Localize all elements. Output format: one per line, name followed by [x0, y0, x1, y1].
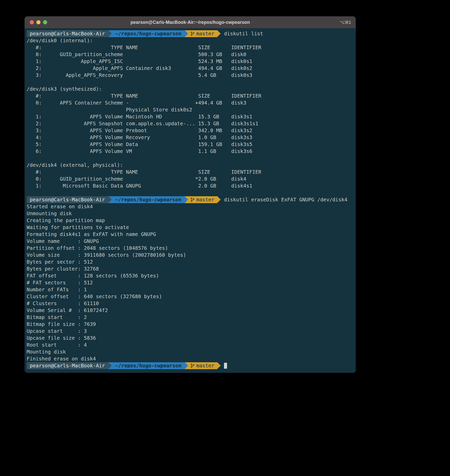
prompt-path-segment: ~/repos/hugo-cwpearson [112, 196, 185, 203]
git-branch-icon [191, 198, 195, 202]
prompt-path-segment: ~/repos/hugo-cwpearson [112, 362, 185, 369]
command-text: diskutil eraseDisk ExFAT GNUPG /dev/disk… [224, 196, 347, 203]
terminal-output-line: 1: APFS Volume Macintosh HD 15.3 GB disk… [27, 113, 354, 120]
terminal-output-line: Mounting disk [27, 348, 354, 355]
command-text: diskutil list [224, 30, 263, 37]
terminal-output-line: Waiting for partitions to activate [27, 224, 354, 231]
terminal-output-line: /dev/disk3 (synthesized): [27, 86, 354, 92]
terminal-output-line: 6: APFS Volume VM 1.1 GB disk3s6 [27, 148, 354, 155]
shell-prompt: pearson@Carls-MacBook-Air~/repos/hugo-cw… [27, 196, 354, 203]
terminal-cursor [224, 363, 227, 369]
zoom-button[interactable] [43, 20, 47, 24]
terminal-output-line: FAT offset : 128 sectors (65536 bytes) [27, 272, 354, 279]
terminal-output-line: Bitmap file size : 7639 [27, 321, 354, 328]
minimize-button[interactable] [36, 20, 40, 24]
terminal-output-line: Finished erase on disk4 [27, 355, 354, 362]
terminal-output-line: Physical Store disk0s2 [27, 106, 354, 113]
terminal-output-line: 5: APFS Volume Data 159.1 GB disk3s5 [27, 141, 354, 148]
terminal-output-line: Bitmap start : 2 [27, 314, 354, 321]
terminal-output-line: Upcase file size : 5836 [27, 335, 354, 342]
terminal-output-line: 3: Apple_APFS_Recovery 5.4 GB disk0s3 [27, 72, 354, 79]
branch-name-label: master [196, 196, 214, 203]
terminal-output-line: Creating the partition map [27, 217, 354, 224]
terminal-output-line: 0: APFS Container Scheme - +494.4 GB dis… [27, 99, 354, 106]
powerline-separator-icon [185, 362, 188, 369]
terminal-output-line: Started erase on disk4 [27, 203, 354, 210]
branch-name-label: master [196, 362, 214, 369]
powerline-separator-icon [217, 196, 221, 203]
powerline-separator-icon [108, 30, 112, 37]
powerline-separator-icon [217, 30, 221, 37]
terminal-output-line: #: TYPE NAME SIZE IDENTIFIER [27, 92, 354, 99]
terminal-output-line: # Clusters : 61110 [27, 300, 354, 307]
terminal-output-line: 1: Microsoft Basic Data GNUPG 2.0 GB dis… [27, 182, 354, 189]
terminal-output-line: Cluster offset : 640 sectors (327680 byt… [27, 293, 354, 300]
desktop-background: pearson@Carls-MacBook-Air:~/repos/hugo-c… [0, 0, 450, 476]
terminal-output-line: 3: APFS Volume Preboot 342.0 MB disk3s2 [27, 127, 354, 134]
terminal-output-line: #: TYPE NAME SIZE IDENTIFIER [27, 44, 354, 51]
terminal-output-line: 2: Apple_APFS Container disk3 494.4 GB d… [27, 65, 354, 72]
terminal-output-line: Volume size : 3911680 sectors (200278016… [27, 252, 354, 258]
prompt-user-host-segment: pearson@Carls-MacBook-Air [27, 362, 108, 369]
terminal-screen[interactable]: pearson@Carls-MacBook-Air~/repos/hugo-cw… [25, 28, 356, 373]
traffic-lights [30, 16, 47, 28]
git-branch-icon [191, 364, 195, 368]
prompt-user-host-segment: pearson@Carls-MacBook-Air [27, 30, 108, 37]
terminal-output-line: Bytes per cluster: 32768 [27, 265, 354, 272]
terminal-output-line: Bytes per sector : 512 [27, 258, 354, 265]
terminal-output-line [27, 79, 354, 86]
terminal-output-line: Upcase start : 3 [27, 328, 354, 335]
prompt-branch-segment: master [188, 30, 217, 37]
terminal-output-line: Root start : 4 [27, 342, 354, 348]
prompt-branch-segment: master [188, 196, 217, 203]
terminal-output-line [27, 155, 354, 162]
terminal-window: pearson@Carls-MacBook-Air:~/repos/hugo-c… [25, 16, 356, 373]
terminal-output-line: Formatting disk4s1 as ExFAT with name GN… [27, 231, 354, 238]
shell-prompt: pearson@Carls-MacBook-Air~/repos/hugo-cw… [27, 362, 354, 369]
close-button[interactable] [30, 20, 34, 24]
terminal-output-line: 1: Apple_APFS_ISC 524.3 MB disk0s1 [27, 58, 354, 65]
terminal-output-line: 0: GUID_partition_scheme *2.0 GB disk4 [27, 175, 354, 182]
prompt-user-host-segment: pearson@Carls-MacBook-Air [27, 196, 108, 203]
terminal-output-line [27, 189, 354, 196]
terminal-output-line: Partition offset : 2048 sectors (1048576… [27, 245, 354, 252]
prompt-branch-segment: master [188, 362, 217, 369]
terminal-output-line: Number of FATs : 1 [27, 286, 354, 293]
branch-name-label: master [196, 30, 214, 37]
shell-prompt: pearson@Carls-MacBook-Air~/repos/hugo-cw… [27, 30, 354, 37]
powerline-separator-icon [185, 196, 188, 203]
terminal-output-line: /dev/disk0 (internal): [27, 37, 354, 44]
powerline-separator-icon [217, 362, 221, 369]
prompt-path-segment: ~/repos/hugo-cwpearson [112, 30, 185, 37]
terminal-output-line: Volume Serial # : 610724f2 [27, 307, 354, 314]
powerline-separator-icon [108, 196, 112, 203]
terminal-output-line: 2: APFS Snapshot com.apple.os.update-...… [27, 120, 354, 127]
window-title: pearson@Carls-MacBook-Air:~/repos/hugo-c… [130, 20, 250, 25]
terminal-output-line: 0: GUID_partition_scheme 500.3 GB disk0 [27, 51, 354, 58]
terminal-output-line: Volume name : GNUPG [27, 238, 354, 245]
terminal-output-line: #: TYPE NAME SIZE IDENTIFIER [27, 169, 354, 175]
git-branch-icon [191, 32, 195, 36]
terminal-output-line: Unmounting disk [27, 210, 354, 217]
terminal-output-line: # FAT sectors : 512 [27, 279, 354, 286]
terminal-output-line: 4: APFS Volume Recovery 1.0 GB disk3s3 [27, 134, 354, 141]
window-titlebar[interactable]: pearson@Carls-MacBook-Air:~/repos/hugo-c… [25, 16, 356, 28]
powerline-separator-icon [185, 30, 188, 37]
terminal-output-line: /dev/disk4 (external, physical): [27, 162, 354, 169]
powerline-separator-icon [108, 362, 112, 369]
window-shortcut-badge: ⌥⌘1 [340, 16, 351, 28]
